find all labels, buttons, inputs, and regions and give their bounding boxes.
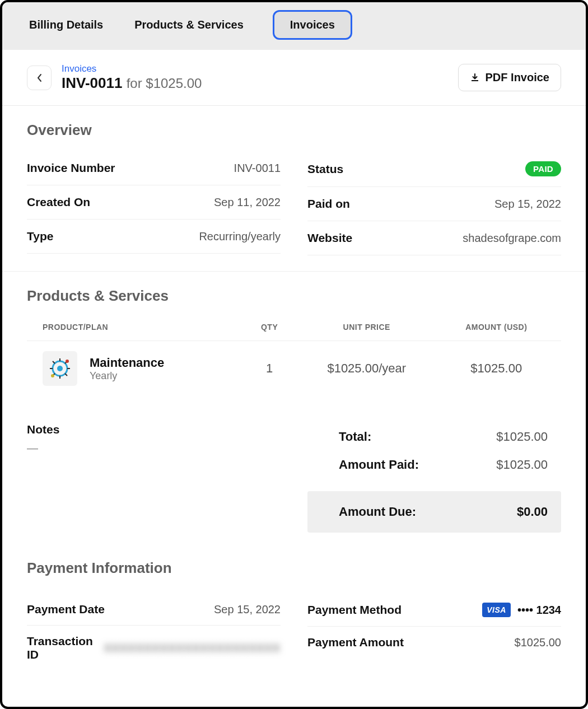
amount-paid-value: $1025.00: [496, 458, 548, 472]
tab-bar: Billing Details Products & Services Invo…: [2, 2, 586, 50]
svg-point-1: [57, 366, 63, 371]
payment-title: Payment Information: [27, 559, 561, 577]
svg-point-10: [66, 360, 69, 363]
notes-label: Notes: [27, 423, 281, 436]
back-button[interactable]: [27, 66, 52, 90]
label-transaction-id: Transaction ID: [27, 635, 104, 661]
tab-billing-details[interactable]: Billing Details: [27, 12, 105, 38]
value-invoice-number: INV-0011: [234, 162, 281, 175]
product-name: Maintenance: [90, 356, 164, 370]
total-value: $1025.00: [496, 430, 548, 444]
invoice-amount: $1025.00: [146, 76, 202, 91]
product-unit-price: $1025.00/year: [302, 361, 432, 376]
notes-block: Notes —: [27, 423, 281, 533]
status-badge: PAID: [525, 161, 561, 176]
pdf-invoice-button[interactable]: PDF Invoice: [458, 64, 561, 91]
totals-block: Total: $1025.00 Amount Paid: $1025.00 Am…: [307, 423, 561, 533]
col-unit-price: UNIT PRICE: [302, 323, 432, 332]
products-table-head: PRODUCT/PLAN QTY UNIT PRICE AMOUNT (USD): [27, 317, 561, 341]
product-period: Yearly: [90, 370, 164, 382]
label-website: Website: [307, 231, 352, 245]
col-amount: AMOUNT (USD): [432, 323, 562, 332]
row-payment-method: Payment Method VISA •••• 1234: [307, 594, 561, 627]
value-transaction-id: XXXXXXXXXXXXXXXXXXXXXX: [104, 642, 281, 655]
value-paid-on: Sep 15, 2022: [494, 198, 561, 211]
amount-paid-row: Amount Paid: $1025.00: [307, 451, 561, 479]
label-payment-date: Payment Date: [27, 603, 105, 616]
label-payment-amount: Payment Amount: [307, 636, 404, 649]
row-website: Website shadesofgrape.com: [307, 221, 561, 255]
chevron-left-icon: [36, 73, 42, 82]
label-paid-on: Paid on: [307, 197, 350, 211]
label-created-on: Created On: [27, 195, 90, 209]
table-row: Maintenance Yearly 1 $1025.00/year $1025…: [27, 341, 561, 396]
label-type: Type: [27, 230, 53, 243]
for-word: for: [127, 76, 142, 91]
payment-section: Payment Information Payment Date Sep 15,…: [2, 548, 586, 686]
row-created-on: Created On Sep 11, 2022: [27, 185, 281, 220]
svg-line-6: [53, 361, 55, 363]
svg-point-11: [51, 374, 54, 377]
value-payment-amount: $1025.00: [515, 636, 561, 649]
label-payment-method: Payment Method: [307, 603, 402, 617]
label-status: Status: [307, 162, 343, 176]
row-paid-on: Paid on Sep 15, 2022: [307, 187, 561, 221]
products-title: Products & Services: [27, 287, 561, 305]
download-icon: [470, 73, 480, 83]
row-invoice-number: Invoice Number INV-0011: [27, 151, 281, 185]
overview-title: Overview: [27, 122, 561, 139]
row-payment-date: Payment Date Sep 15, 2022: [27, 594, 281, 626]
overview-section: Overview Invoice Number INV-0011 Created…: [2, 106, 586, 272]
gear-icon: [43, 351, 77, 386]
page-header: Invoices INV-0011 for $1025.00 PDF Invoi…: [2, 50, 586, 106]
svg-line-7: [65, 374, 67, 376]
value-type: Recurring/yearly: [199, 230, 281, 243]
card-mask: •••• 1234: [517, 604, 561, 617]
amount-due-value: $0.00: [517, 505, 548, 519]
breadcrumb-invoices[interactable]: Invoices: [62, 63, 202, 74]
col-product: PRODUCT/PLAN: [43, 323, 237, 332]
amount-due-label: Amount Due:: [339, 505, 416, 519]
invoice-id: INV-0011: [62, 74, 122, 91]
row-payment-amount: Payment Amount $1025.00: [307, 627, 561, 658]
visa-badge-icon: VISA: [482, 603, 511, 617]
amount-due-row: Amount Due: $0.00: [307, 491, 561, 533]
amount-paid-label: Amount Paid:: [339, 458, 419, 472]
row-transaction-id: Transaction ID XXXXXXXXXXXXXXXXXXXXXX: [27, 626, 281, 670]
total-label: Total:: [339, 430, 371, 444]
product-qty: 1: [237, 361, 302, 376]
page-title: INV-0011 for $1025.00: [62, 74, 202, 92]
col-qty: QTY: [237, 323, 302, 332]
value-payment-date: Sep 15, 2022: [214, 603, 281, 616]
value-created-on: Sep 11, 2022: [214, 196, 281, 209]
tab-invoices[interactable]: Invoices: [273, 10, 352, 40]
value-website: shadesofgrape.com: [463, 232, 561, 245]
products-section: Products & Services PRODUCT/PLAN QTY UNI…: [2, 272, 586, 548]
notes-value: —: [27, 442, 281, 455]
label-invoice-number: Invoice Number: [27, 161, 115, 175]
tab-products-services[interactable]: Products & Services: [132, 12, 246, 38]
product-amount: $1025.00: [432, 361, 562, 376]
pdf-invoice-label: PDF Invoice: [486, 71, 549, 84]
row-type: Type Recurring/yearly: [27, 220, 281, 254]
row-status: Status PAID: [307, 151, 561, 187]
total-row: Total: $1025.00: [307, 423, 561, 451]
